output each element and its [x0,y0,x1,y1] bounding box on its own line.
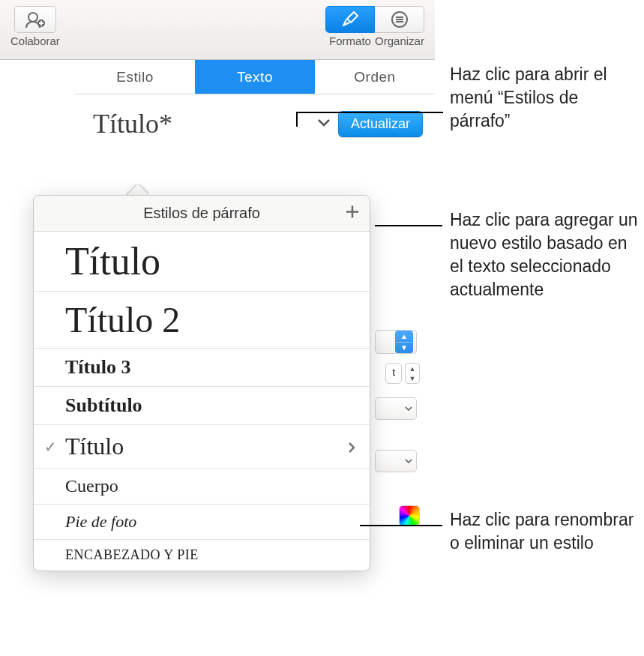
style-item-titulo-3[interactable]: Título 3 [34,349,370,387]
list-icon [390,10,409,29]
hidden-spinner[interactable]: ▲▼ [405,363,420,384]
plus-icon [344,203,361,220]
style-item-pie-de-foto[interactable]: Pie de foto [34,505,370,540]
collaborate-icon [14,6,56,33]
paragraph-style-row: Título* Actualizar [75,94,435,153]
paragraph-style-list: Título Título 2 Título 3 Subtítulo Títul… [34,232,370,571]
paragraph-style-menu-trigger[interactable] [317,117,331,130]
hidden-inspector-controls: ▲▼ t ▲▼ [375,240,420,526]
paintbrush-icon [340,10,360,29]
tab-order[interactable]: Orden [315,60,435,94]
style-item-titulo-selected[interactable]: Título [34,425,370,469]
style-item-titulo[interactable]: Título [34,232,370,292]
hidden-value-pt: t [385,363,402,384]
style-item-cuerpo[interactable]: Cuerpo [34,469,370,505]
chevron-down-icon [317,118,331,127]
collaborate-button[interactable]: Colaborar [10,6,60,47]
popover-title: Estilos de párrafo [143,205,260,221]
organize-label: Organizar [375,34,424,47]
style-item-titulo-2[interactable]: Título 2 [34,292,370,349]
format-button[interactable] [325,6,375,33]
svg-point-0 [28,13,37,22]
hidden-select-2[interactable] [375,397,417,420]
style-item-encabezado-y-pie[interactable]: ENCABEZADO Y PIE [34,540,370,571]
popover-header: Estilos de párrafo [34,196,370,232]
update-style-button[interactable]: Actualizar [338,111,423,137]
popover-arrow [126,184,148,196]
tab-style[interactable]: Estilo [75,60,195,94]
callout-line-3 [360,525,442,526]
annotation-rename-delete: Haz clic para renombrar o eliminar un es… [450,508,637,555]
stepper-blue-icon: ▲▼ [395,331,413,353]
annotation-open-menu: Haz clic para abrir el menú “Estilos de … [450,63,637,133]
inspector-segmented [325,6,424,33]
format-label: Formato [325,34,375,47]
style-item-subtitulo[interactable]: Subtítulo [34,387,370,425]
hidden-select-3[interactable] [375,450,417,472]
annotation-add-style: Haz clic para agregar un nuevo estilo ba… [450,208,641,301]
tab-text[interactable]: Texto [195,60,315,94]
callout-line-1 [296,112,443,113]
chevron-right-icon [347,441,356,454]
organize-button[interactable] [375,6,424,33]
collaborate-label: Colaborar [10,34,60,47]
panel-tabs: Estilo Texto Orden [75,60,435,94]
hidden-select-1[interactable]: ▲▼ [375,330,417,354]
paragraph-styles-popover: Estilos de párrafo Título Título 2 Títul… [33,195,370,571]
paragraph-style-name: Título* [93,108,310,139]
color-picker-button[interactable] [399,505,420,526]
style-item-options-button[interactable] [347,433,356,460]
callout-line-2 [375,225,442,226]
add-style-button[interactable] [344,203,361,223]
toolbar: Colaborar Formato Organizar [0,0,435,60]
callout-line-1v [296,112,298,127]
